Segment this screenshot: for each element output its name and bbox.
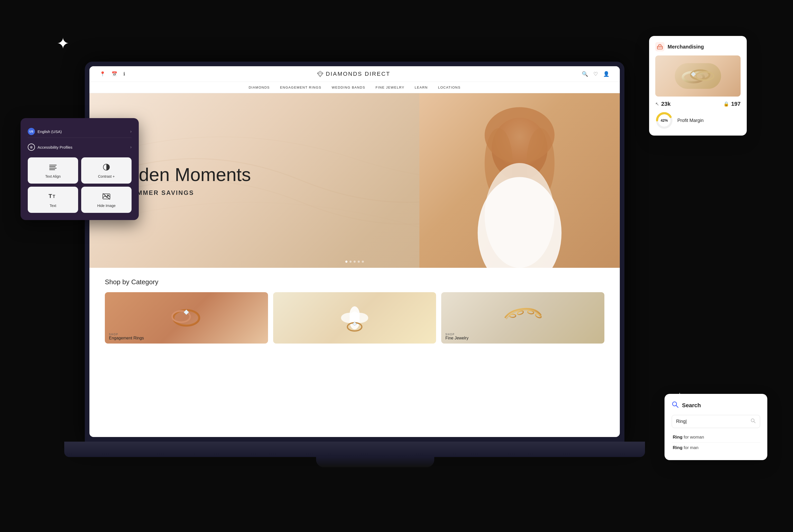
svg-line-42 — [676, 405, 678, 407]
site-header: 📍 📅 ℹ Diamonds Direct 🔍 ♡ — [89, 66, 620, 82]
nav-wedding-bands[interactable]: WEDDING BANDS — [332, 86, 365, 89]
svg-rect-32 — [657, 46, 662, 49]
suggestion-1-bold: Ring — [673, 435, 683, 440]
nav-top-icons: 📍 📅 ℹ — [100, 71, 125, 77]
main-navigation: DIAMONDS ENGAGEMENT RINGS WEDDING BANDS … — [89, 82, 620, 93]
laptop-screen: 📍 📅 ℹ Diamonds Direct 🔍 ♡ — [85, 62, 624, 442]
clicks-stat: ↖ 23k — [655, 101, 671, 107]
accessibility-person-icon: ⊕ — [28, 144, 35, 151]
clicks-value: 23k — [661, 101, 671, 107]
cursor-icon: ↖ — [655, 101, 659, 107]
dot-5[interactable] — [362, 261, 364, 263]
text-button[interactable]: T T Text — [28, 187, 78, 213]
search-card: Search Ring| Ring for woman Ring for man — [665, 394, 767, 460]
search-card-icon — [672, 401, 679, 410]
shop-text-3: SHOP — [445, 333, 468, 336]
svg-text:T: T — [53, 194, 55, 199]
nav-locations[interactable]: LOCATIONS — [438, 86, 461, 89]
search-input-field[interactable]: Ring| — [676, 419, 749, 424]
language-label: English (USA) — [38, 129, 62, 134]
laptop-stand — [316, 457, 434, 467]
nav-learn[interactable]: LEARN — [415, 86, 428, 89]
merch-product-image — [655, 55, 741, 97]
hide-image-label: Hide Image — [97, 204, 116, 208]
contrast-button[interactable]: Contrast + — [81, 157, 132, 184]
profit-margin-label: Profit Margin — [677, 118, 704, 123]
dot-2[interactable] — [349, 261, 352, 263]
text-icon: T T — [48, 192, 58, 201]
profit-donut-chart: 42% — [655, 111, 673, 129]
hero-model-image — [419, 93, 620, 268]
dot-4[interactable] — [358, 261, 360, 263]
svg-point-15 — [350, 313, 368, 323]
flag-badge: US — [28, 128, 35, 135]
category-grid: SHOP Engagement Rings — [105, 292, 604, 344]
wishlist-icon[interactable]: ♡ — [593, 71, 598, 77]
laptop-container: 📍 📅 ℹ Diamonds Direct 🔍 ♡ — [85, 62, 650, 472]
orders-stat: 🔒 197 — [723, 101, 741, 107]
accessibility-left: ⊕ Accessibility Profiles — [28, 144, 72, 151]
search-card-title: Search — [682, 402, 701, 409]
svg-text:T: T — [49, 193, 52, 199]
search-input-icon — [751, 418, 756, 425]
hide-image-button[interactable]: Hide Image — [81, 187, 132, 213]
panel-buttons-grid: Text Align Contrast + T T Text — [28, 157, 132, 213]
dot-3[interactable] — [354, 261, 356, 263]
merchandising-icon — [655, 42, 665, 51]
bridal-image — [273, 292, 436, 344]
lock-icon: 🔒 — [723, 101, 729, 107]
nav-fine-jewelry[interactable]: FINE JEWELRY — [375, 86, 404, 89]
text-align-label: Text Align — [45, 174, 61, 178]
contrast-label: Contrast + — [98, 174, 115, 178]
calendar-icon[interactable]: 📅 — [112, 71, 117, 77]
category-name-3: Fine Jewelry — [445, 336, 468, 340]
merch-stats: ↖ 23k 🔒 197 — [655, 101, 741, 107]
suggestion-2-rest: for man — [683, 445, 698, 450]
screen-content: 📍 📅 ℹ Diamonds Direct 🔍 ♡ — [89, 66, 620, 437]
text-align-button[interactable]: Text Align — [28, 157, 78, 184]
account-icon[interactable]: 👤 — [603, 71, 610, 77]
merch-header: Merchandising — [655, 42, 741, 51]
category-fine-jewelry[interactable]: SHOP Fine Jewelry — [441, 292, 604, 344]
orders-value: 197 — [731, 101, 741, 107]
merch-ring-visual — [675, 63, 721, 89]
language-selector[interactable]: US English (USA) › — [28, 125, 132, 138]
accessibility-panel: US English (USA) › ⊕ Accessibility Profi… — [21, 118, 139, 220]
hero-banner: Golden Moments 20% SUMMER SAVINGS — [89, 93, 620, 268]
search-suggestion-2[interactable]: Ring for man — [672, 443, 760, 453]
site-logo[interactable]: Diamonds Direct — [317, 70, 391, 78]
hero-carousel-dots — [345, 261, 364, 263]
search-suggestion-1[interactable]: Ring for woman — [672, 432, 760, 443]
location-icon[interactable]: 📍 — [100, 71, 105, 77]
info-icon[interactable]: ℹ — [123, 71, 125, 77]
search-header-icon[interactable]: 🔍 — [582, 71, 588, 77]
suggestion-1-rest: for woman — [683, 435, 704, 440]
svg-line-31 — [103, 193, 110, 200]
chevron-right-icon: › — [130, 129, 132, 134]
laptop-base — [64, 442, 645, 457]
engagement-rings-label: SHOP Engagement Rings — [109, 333, 144, 340]
lang-left: US English (USA) — [28, 128, 62, 135]
profit-percent-text: 42% — [661, 118, 668, 122]
merch-title: Merchandising — [668, 44, 704, 50]
shop-section-title: Shop by Category — [105, 278, 604, 286]
dot-1[interactable] — [345, 261, 347, 263]
nav-diamonds[interactable]: DIAMONDS — [249, 86, 270, 89]
svg-point-18 — [510, 314, 516, 317]
category-engagement-rings[interactable]: SHOP Engagement Rings — [105, 292, 268, 344]
category-name-1: Engagement Rings — [109, 336, 144, 340]
brand-name: Diamonds Direct — [326, 71, 391, 77]
chevron-right-icon-2: › — [130, 145, 132, 149]
shop-text-1: SHOP — [109, 333, 144, 336]
category-bridal[interactable] — [273, 292, 436, 344]
text-label: Text — [50, 204, 56, 208]
search-input-wrapper[interactable]: Ring| — [672, 415, 760, 428]
profit-section: 42% Profit Margin — [655, 111, 741, 129]
nav-engagement-rings[interactable]: ENGAGEMENT RINGS — [280, 86, 321, 89]
merchandising-card: Merchandising — [649, 36, 747, 136]
accessibility-profiles-row[interactable]: ⊕ Accessibility Profiles › — [28, 141, 132, 153]
text-align-icon — [48, 163, 58, 172]
shop-by-category-section: Shop by Category — [89, 268, 620, 354]
accessibility-label: Accessibility Profiles — [38, 145, 72, 149]
svg-line-44 — [754, 421, 755, 423]
